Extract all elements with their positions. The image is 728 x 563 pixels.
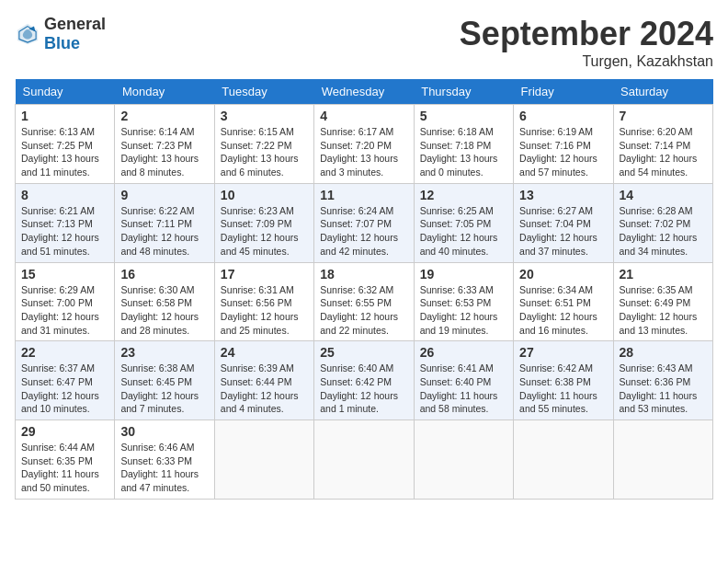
calendar-week-row: 15 Sunrise: 6:29 AM Sunset: 7:00 PM Dayl… [16, 262, 713, 341]
calendar-cell: 5 Sunrise: 6:18 AM Sunset: 7:18 PM Dayli… [414, 105, 513, 184]
day-number: 5 [420, 109, 507, 123]
location-title: Turgen, Kazakhstan [460, 53, 713, 70]
day-info: Sunrise: 6:28 AM Sunset: 7:02 PM Dayligh… [620, 204, 707, 259]
calendar-cell: 20 Sunrise: 6:34 AM Sunset: 6:51 PM Dayl… [514, 262, 613, 341]
day-info: Sunrise: 6:31 AM Sunset: 6:56 PM Dayligh… [221, 283, 308, 338]
weekday-header-wednesday: Wednesday [314, 79, 414, 105]
calendar-cell [613, 420, 712, 500]
day-number: 17 [221, 267, 308, 282]
day-number: 25 [320, 345, 407, 360]
day-info: Sunrise: 6:40 AM Sunset: 6:42 PM Dayligh… [320, 362, 407, 416]
calendar-cell: 30 Sunrise: 6:46 AM Sunset: 6:33 PM Dayl… [115, 420, 214, 500]
title-section: September 2024 Turgen, Kazakhstan [460, 15, 713, 70]
day-number: 21 [620, 267, 707, 282]
calendar-cell: 24 Sunrise: 6:39 AM Sunset: 6:44 PM Dayl… [214, 341, 313, 420]
day-info: Sunrise: 6:21 AM Sunset: 7:13 PM Dayligh… [21, 204, 108, 259]
day-number: 8 [21, 188, 108, 202]
day-info: Sunrise: 6:18 AM Sunset: 7:18 PM Dayligh… [420, 125, 507, 179]
day-number: 27 [519, 345, 607, 360]
day-info: Sunrise: 6:32 AM Sunset: 6:55 PM Dayligh… [320, 283, 407, 338]
weekday-header-monday: Monday [115, 79, 214, 105]
day-info: Sunrise: 6:15 AM Sunset: 7:22 PM Dayligh… [221, 125, 308, 179]
logo: General Blue [15, 15, 106, 53]
day-info: Sunrise: 6:24 AM Sunset: 7:07 PM Dayligh… [320, 204, 407, 259]
calendar-week-row: 1 Sunrise: 6:13 AM Sunset: 7:25 PM Dayli… [16, 105, 713, 184]
weekday-header-saturday: Saturday [613, 79, 712, 105]
calendar-cell: 19 Sunrise: 6:33 AM Sunset: 6:53 PM Dayl… [414, 262, 513, 341]
day-info: Sunrise: 6:27 AM Sunset: 7:04 PM Dayligh… [519, 204, 607, 259]
day-info: Sunrise: 6:17 AM Sunset: 7:20 PM Dayligh… [320, 125, 407, 179]
day-info: Sunrise: 6:19 AM Sunset: 7:16 PM Dayligh… [519, 125, 607, 179]
weekday-header-friday: Friday [514, 79, 613, 105]
calendar-cell: 28 Sunrise: 6:43 AM Sunset: 6:36 PM Dayl… [613, 341, 712, 420]
day-info: Sunrise: 6:29 AM Sunset: 7:00 PM Dayligh… [21, 283, 108, 338]
day-number: 11 [320, 188, 407, 202]
day-number: 23 [120, 345, 208, 360]
day-number: 30 [120, 424, 208, 439]
calendar-cell: 18 Sunrise: 6:32 AM Sunset: 6:55 PM Dayl… [314, 262, 414, 341]
day-info: Sunrise: 6:34 AM Sunset: 6:51 PM Dayligh… [519, 283, 607, 338]
calendar-cell: 11 Sunrise: 6:24 AM Sunset: 7:07 PM Dayl… [314, 183, 414, 262]
calendar-cell: 8 Sunrise: 6:21 AM Sunset: 7:13 PM Dayli… [16, 183, 115, 262]
calendar-cell: 16 Sunrise: 6:30 AM Sunset: 6:58 PM Dayl… [115, 262, 214, 341]
calendar-cell: 17 Sunrise: 6:31 AM Sunset: 6:56 PM Dayl… [214, 262, 313, 341]
weekday-header-row: SundayMondayTuesdayWednesdayThursdayFrid… [16, 79, 713, 105]
calendar-cell: 27 Sunrise: 6:42 AM Sunset: 6:38 PM Dayl… [514, 341, 613, 420]
day-info: Sunrise: 6:44 AM Sunset: 6:35 PM Dayligh… [21, 441, 108, 495]
calendar-week-row: 22 Sunrise: 6:37 AM Sunset: 6:47 PM Dayl… [16, 341, 713, 420]
day-number: 2 [120, 109, 208, 123]
weekday-header-tuesday: Tuesday [214, 79, 313, 105]
day-number: 6 [519, 109, 607, 123]
day-number: 14 [620, 188, 707, 202]
calendar-cell: 26 Sunrise: 6:41 AM Sunset: 6:40 PM Dayl… [414, 341, 513, 420]
calendar-cell: 4 Sunrise: 6:17 AM Sunset: 7:20 PM Dayli… [314, 105, 414, 184]
logo-text: General Blue [44, 15, 106, 53]
day-info: Sunrise: 6:30 AM Sunset: 6:58 PM Dayligh… [120, 283, 208, 338]
calendar-cell [314, 420, 414, 500]
calendar-cell: 15 Sunrise: 6:29 AM Sunset: 7:00 PM Dayl… [16, 262, 115, 341]
day-number: 16 [120, 267, 208, 282]
day-info: Sunrise: 6:41 AM Sunset: 6:40 PM Dayligh… [420, 362, 507, 416]
page-header: General Blue September 2024 Turgen, Kaza… [15, 15, 713, 70]
day-number: 15 [21, 267, 108, 282]
calendar-table: SundayMondayTuesdayWednesdayThursdayFrid… [15, 79, 713, 500]
day-info: Sunrise: 6:37 AM Sunset: 6:47 PM Dayligh… [21, 362, 108, 416]
day-info: Sunrise: 6:20 AM Sunset: 7:14 PM Dayligh… [620, 125, 707, 179]
day-info: Sunrise: 6:43 AM Sunset: 6:36 PM Dayligh… [620, 362, 707, 416]
calendar-cell: 10 Sunrise: 6:23 AM Sunset: 7:09 PM Dayl… [214, 183, 313, 262]
day-info: Sunrise: 6:33 AM Sunset: 6:53 PM Dayligh… [420, 283, 507, 338]
month-title: September 2024 [460, 15, 713, 53]
day-number: 7 [620, 109, 707, 123]
day-number: 22 [21, 345, 108, 360]
calendar-cell [214, 420, 313, 500]
calendar-week-row: 29 Sunrise: 6:44 AM Sunset: 6:35 PM Dayl… [16, 420, 713, 500]
calendar-cell: 7 Sunrise: 6:20 AM Sunset: 7:14 PM Dayli… [613, 105, 712, 184]
day-number: 13 [519, 188, 607, 202]
calendar-cell [414, 420, 513, 500]
day-number: 24 [221, 345, 308, 360]
day-number: 9 [120, 188, 208, 202]
calendar-cell: 2 Sunrise: 6:14 AM Sunset: 7:23 PM Dayli… [115, 105, 214, 184]
calendar-cell: 13 Sunrise: 6:27 AM Sunset: 7:04 PM Dayl… [514, 183, 613, 262]
day-info: Sunrise: 6:13 AM Sunset: 7:25 PM Dayligh… [21, 125, 108, 179]
day-number: 3 [221, 109, 308, 123]
calendar-cell: 1 Sunrise: 6:13 AM Sunset: 7:25 PM Dayli… [16, 105, 115, 184]
day-number: 12 [420, 188, 507, 202]
calendar-cell: 21 Sunrise: 6:35 AM Sunset: 6:49 PM Dayl… [613, 262, 712, 341]
day-info: Sunrise: 6:35 AM Sunset: 6:49 PM Dayligh… [620, 283, 707, 338]
day-number: 29 [21, 424, 108, 439]
day-info: Sunrise: 6:46 AM Sunset: 6:33 PM Dayligh… [120, 441, 208, 495]
calendar-cell: 9 Sunrise: 6:22 AM Sunset: 7:11 PM Dayli… [115, 183, 214, 262]
day-info: Sunrise: 6:14 AM Sunset: 7:23 PM Dayligh… [120, 125, 208, 179]
weekday-header-thursday: Thursday [414, 79, 513, 105]
calendar-cell [514, 420, 613, 500]
calendar-cell: 29 Sunrise: 6:44 AM Sunset: 6:35 PM Dayl… [16, 420, 115, 500]
calendar-cell: 14 Sunrise: 6:28 AM Sunset: 7:02 PM Dayl… [613, 183, 712, 262]
weekday-header-sunday: Sunday [16, 79, 115, 105]
logo-blue: Blue [44, 34, 80, 52]
day-info: Sunrise: 6:38 AM Sunset: 6:45 PM Dayligh… [120, 362, 208, 416]
calendar-cell: 23 Sunrise: 6:38 AM Sunset: 6:45 PM Dayl… [115, 341, 214, 420]
logo-general: General [44, 15, 106, 33]
day-number: 19 [420, 267, 507, 282]
day-number: 26 [420, 345, 507, 360]
